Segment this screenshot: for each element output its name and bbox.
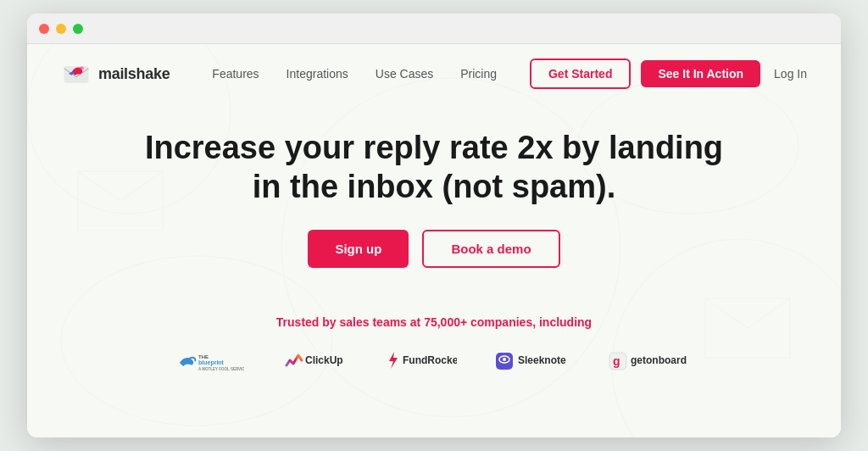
page-content: mailshake Features Integrations Use Case…: [27, 44, 841, 437]
navbar: mailshake Features Integrations Use Case…: [27, 44, 841, 103]
logo[interactable]: mailshake: [61, 58, 170, 89]
logo-clickup: ClickUp: [281, 348, 345, 372]
svg-text:A MOTLEY FOOL SERVICE: A MOTLEY FOOL SERVICE: [198, 367, 244, 371]
nav-integrations[interactable]: Integrations: [287, 67, 348, 81]
company-logos: THE blueprint A MOTLEY FOOL SERVICE: [176, 348, 693, 373]
book-demo-button[interactable]: Book a demo: [422, 230, 559, 268]
blueprint-icon: THE blueprint A MOTLEY FOOL SERVICE: [176, 348, 244, 373]
see-in-action-button[interactable]: See It In Action: [641, 60, 760, 87]
nav-use-cases[interactable]: Use Cases: [376, 67, 433, 81]
nav-features[interactable]: Features: [212, 67, 259, 81]
svg-text:g: g: [613, 354, 620, 368]
nav-pricing[interactable]: Pricing: [460, 67, 497, 81]
svg-point-13: [503, 358, 506, 361]
close-button[interactable]: [39, 24, 49, 34]
hero-section: Increase your reply rate 2x by landing i…: [27, 103, 841, 315]
nav-links: Features Integrations Use Cases Pricing: [212, 67, 530, 81]
logo-fundrocket: FundRocket: [382, 348, 457, 372]
trust-text: Trusted by sales teams at 75,000+ compan…: [276, 315, 592, 329]
logo-getonboard: g getonboard: [608, 348, 693, 372]
svg-text:Sleeknote: Sleeknote: [518, 354, 566, 366]
getonboard-icon: g getonboard: [608, 348, 693, 372]
titlebar: [27, 14, 841, 44]
mailshake-logo-icon: [61, 58, 92, 89]
logo-sleeknote: Sleeknote: [494, 348, 570, 372]
login-link[interactable]: Log In: [774, 67, 807, 81]
minimize-button[interactable]: [56, 24, 66, 34]
trust-section: Trusted by sales teams at 75,000+ compan…: [27, 315, 841, 373]
browser-window: mailshake Features Integrations Use Case…: [27, 14, 841, 437]
logo-blueprint: THE blueprint A MOTLEY FOOL SERVICE: [176, 348, 244, 373]
fundrocket-icon: FundRocket: [382, 348, 457, 372]
maximize-button[interactable]: [73, 24, 83, 34]
svg-text:getonboard: getonboard: [631, 354, 687, 366]
get-started-button[interactable]: Get Started: [530, 58, 631, 89]
signup-button[interactable]: Sign up: [308, 230, 409, 268]
clickup-icon: ClickUp: [281, 348, 345, 372]
sleeknote-icon: Sleeknote: [494, 348, 570, 372]
hero-buttons: Sign up Book a demo: [308, 230, 559, 268]
svg-text:ClickUp: ClickUp: [305, 354, 343, 366]
svg-text:blueprint: blueprint: [198, 359, 225, 366]
logo-text: mailshake: [98, 65, 170, 83]
svg-text:FundRocket: FundRocket: [403, 354, 457, 366]
nav-actions: Get Started See It In Action Log In: [530, 58, 807, 89]
hero-title: Increase your reply rate 2x by landing i…: [145, 129, 723, 206]
